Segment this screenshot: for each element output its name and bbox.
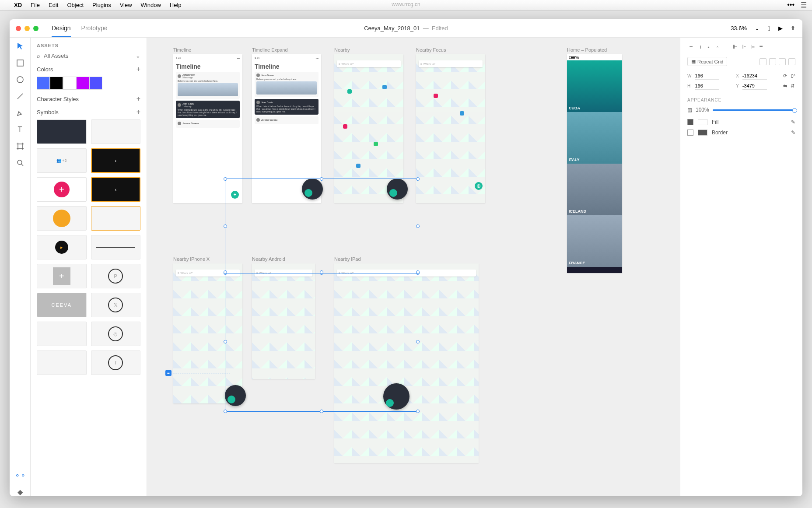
artboard-label[interactable]: Nearby iPad — [334, 256, 361, 262]
share-icon[interactable]: ⇧ — [791, 25, 795, 32]
artboard-label[interactable]: Nearby Android — [252, 256, 285, 262]
zoom-chevron-icon[interactable]: ⌄ — [755, 25, 760, 32]
artboard-home[interactable]: CEEYA CUBA ITALY ICELAND FRANCE — [567, 54, 622, 273]
x-input[interactable] — [742, 72, 767, 80]
align-vcenter-icon[interactable]: ⫞ — [696, 43, 704, 51]
map-searchbar[interactable]: ≡Where to? — [255, 270, 312, 277]
distribute-h-icon[interactable]: ⫩ — [757, 43, 765, 51]
symbol-item[interactable]: CEEVA — [37, 293, 87, 317]
zoom-tool-icon[interactable] — [16, 158, 24, 167]
rectangle-tool-icon[interactable] — [16, 59, 24, 67]
align-bottom-icon[interactable]: ⫠ — [705, 43, 713, 51]
tab-prototype[interactable]: Prototype — [81, 20, 108, 37]
artboard-nearby-ipad[interactable]: ≡Where to? — [334, 263, 479, 463]
fab-menu-icon[interactable] — [302, 179, 323, 200]
fab-locate-icon[interactable]: ⊕ — [475, 182, 483, 190]
zoom-icon[interactable] — [33, 26, 38, 31]
swatch[interactable] — [37, 77, 50, 90]
boolean-exclude-icon[interactable] — [788, 58, 795, 65]
artboard-label[interactable]: Timeline Expand — [252, 47, 288, 53]
align-top-icon[interactable]: ⫟ — [687, 43, 695, 51]
menu-edit[interactable]: Edit — [49, 2, 58, 8]
app-name[interactable]: XD — [14, 2, 22, 8]
artboard-nearby-focus[interactable]: ≡Where to? ⊕ — [416, 54, 485, 203]
fill-swatch[interactable] — [698, 119, 707, 125]
swatch[interactable] — [50, 77, 63, 90]
swatch[interactable] — [63, 77, 76, 90]
opacity-slider[interactable] — [713, 109, 795, 111]
artboard-label[interactable]: Home – Populated — [567, 47, 607, 53]
symbol-item[interactable]: ‹ — [91, 177, 141, 202]
swatch[interactable] — [89, 77, 102, 90]
map-pin[interactable] — [460, 111, 464, 116]
home-item[interactable]: FRANCE — [569, 261, 585, 265]
symbol-item[interactable] — [37, 206, 87, 231]
text-tool-icon[interactable]: T — [16, 125, 24, 134]
repeat-grid-button[interactable]: ▦Repeat Grid — [687, 57, 727, 66]
fab-menu-icon[interactable] — [383, 383, 410, 410]
fab-menu-icon[interactable] — [225, 385, 246, 406]
add-style-icon[interactable]: + — [136, 95, 140, 103]
artboard-label[interactable]: Timeline — [173, 47, 191, 53]
map-pin[interactable] — [343, 124, 347, 129]
select-tool-icon[interactable] — [16, 42, 24, 51]
home-nav[interactable] — [567, 267, 622, 273]
device-preview-icon[interactable]: ▯ — [767, 25, 770, 32]
artboard-tool-icon[interactable] — [16, 142, 24, 151]
y-input[interactable] — [742, 82, 767, 90]
flip-h-icon[interactable]: ⇋ — [783, 83, 787, 89]
assets-icon[interactable]: ⚬⚬ — [16, 471, 24, 480]
menu-help[interactable]: Help — [170, 2, 182, 8]
flip-v-icon[interactable]: ⇵ — [791, 83, 795, 89]
layers-icon[interactable]: ◆ — [16, 487, 24, 496]
symbol-item[interactable] — [37, 350, 87, 375]
align-left-icon[interactable]: ⊩ — [731, 43, 739, 51]
align-hcenter-icon[interactable]: ⊪ — [740, 43, 748, 51]
fab-menu-icon[interactable] — [387, 179, 408, 200]
border-swatch[interactable] — [698, 130, 707, 136]
map-pin[interactable] — [434, 94, 438, 98]
artboard-nearby-android[interactable]: ≡Where to? — [252, 263, 315, 379]
home-item[interactable]: ITALY — [569, 158, 580, 162]
symbol-item[interactable]: + — [37, 264, 87, 288]
pen-tool-icon[interactable] — [16, 109, 24, 117]
symbol-item[interactable]: 𝕏 — [91, 293, 141, 317]
align-right-icon[interactable]: ⊫ — [749, 43, 756, 51]
boolean-subtract-icon[interactable] — [769, 58, 776, 65]
eyedropper-icon[interactable]: ✎ — [791, 119, 795, 125]
swatch[interactable] — [76, 77, 89, 90]
map-searchbar[interactable]: ≡Where to? — [176, 270, 240, 277]
height-input[interactable] — [695, 82, 719, 90]
eyedropper-icon[interactable]: ✎ — [791, 130, 795, 136]
map-pin[interactable] — [382, 85, 387, 89]
menu-object[interactable]: Object — [67, 2, 84, 8]
symbol-item[interactable]: P — [91, 264, 141, 288]
minimize-icon[interactable] — [24, 26, 30, 31]
width-input[interactable] — [695, 72, 719, 80]
boolean-intersect-icon[interactable] — [779, 58, 786, 65]
zoom-level[interactable]: 33.6% — [731, 25, 747, 32]
artboard-label[interactable]: Nearby — [334, 47, 350, 53]
rotate-icon[interactable]: ⟳ — [783, 73, 787, 79]
symbol-item[interactable] — [91, 119, 141, 144]
symbol-item[interactable] — [37, 322, 87, 346]
border-checkbox[interactable] — [687, 130, 693, 136]
menu-extra-dots-icon[interactable]: ••• — [787, 1, 794, 9]
artboard-nearby-iphonex[interactable]: ≡Where to? — [173, 263, 242, 403]
symbol-item[interactable]: + — [37, 177, 87, 202]
boolean-add-icon[interactable] — [760, 58, 766, 65]
play-icon[interactable]: ▶ — [778, 25, 783, 32]
home-item[interactable]: CUBA — [569, 106, 580, 110]
add-color-icon[interactable]: + — [136, 65, 140, 73]
opacity-value[interactable]: 100% — [696, 107, 709, 113]
symbol-item[interactable]: ▸ — [37, 235, 87, 259]
tab-design[interactable]: Design — [52, 20, 71, 37]
artboard-label[interactable]: Nearby Focus — [416, 47, 446, 53]
symbol-item[interactable] — [91, 206, 141, 231]
close-icon[interactable] — [16, 26, 21, 31]
symbol-item[interactable]: › — [91, 148, 141, 173]
add-symbol-icon[interactable]: + — [136, 108, 140, 116]
fill-checkbox[interactable] — [687, 119, 693, 125]
home-item[interactable]: ICELAND — [569, 209, 586, 214]
assets-search[interactable]: ⌕ All Assets ⌄ — [37, 53, 140, 59]
